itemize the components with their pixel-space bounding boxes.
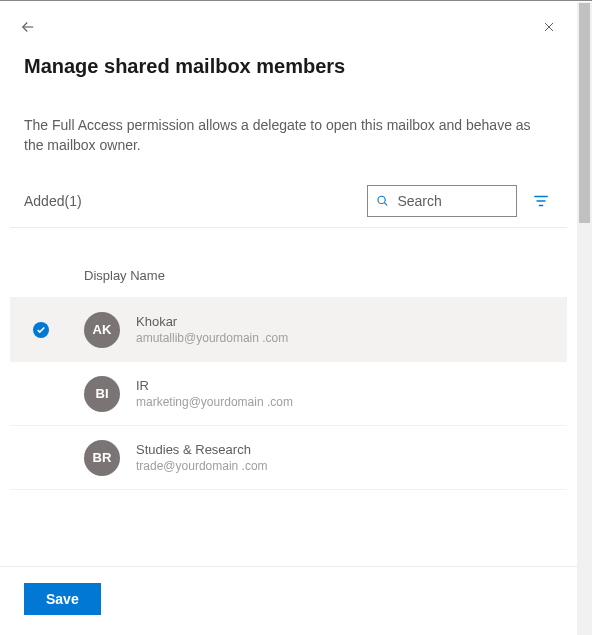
avatar: AK — [84, 312, 120, 348]
row-name: Studies & Research — [136, 442, 268, 457]
added-count-label: Added(1) — [24, 193, 355, 209]
filter-icon — [532, 192, 550, 210]
page-title: Manage shared mailbox members — [10, 39, 567, 78]
arrow-left-icon — [19, 18, 37, 36]
list-item[interactable]: AK Khokar amutallib@yourdomain .com — [10, 298, 567, 362]
description-text: The Full Access permission allows a dele… — [10, 78, 567, 155]
scrollbar-thumb[interactable] — [579, 3, 590, 223]
scrollbar-track[interactable] — [577, 2, 592, 635]
row-check[interactable] — [32, 322, 50, 338]
save-button[interactable]: Save — [24, 583, 101, 615]
back-button[interactable] — [16, 15, 40, 39]
header-row — [10, 1, 567, 39]
row-text: IR marketing@yourdomain .com — [136, 378, 293, 409]
controls-row: Added(1) — [10, 155, 567, 228]
filter-button[interactable] — [529, 189, 553, 213]
close-icon — [541, 19, 557, 35]
avatar: BI — [84, 376, 120, 412]
row-name: Khokar — [136, 314, 288, 329]
row-email: amutallib@yourdomain .com — [136, 331, 288, 345]
search-icon — [376, 193, 389, 209]
footer: Save — [0, 566, 577, 635]
check-icon — [33, 322, 49, 338]
row-email: marketing@yourdomain .com — [136, 395, 293, 409]
column-header-display-name[interactable]: Display Name — [10, 228, 567, 297]
row-email: trade@yourdomain .com — [136, 459, 268, 473]
search-box[interactable] — [367, 185, 517, 217]
list-item[interactable]: BI IR marketing@yourdomain .com — [10, 362, 567, 426]
row-text: Studies & Research trade@yourdomain .com — [136, 442, 268, 473]
member-list: AK Khokar amutallib@yourdomain .com BI I… — [10, 297, 567, 490]
list-item[interactable]: BR Studies & Research trade@yourdomain .… — [10, 426, 567, 490]
panel: Manage shared mailbox members The Full A… — [0, 1, 577, 635]
row-name: IR — [136, 378, 293, 393]
search-input[interactable] — [397, 193, 508, 209]
close-button[interactable] — [537, 15, 561, 39]
svg-point-0 — [378, 196, 385, 203]
row-text: Khokar amutallib@yourdomain .com — [136, 314, 288, 345]
avatar: BR — [84, 440, 120, 476]
svg-line-1 — [384, 203, 387, 206]
